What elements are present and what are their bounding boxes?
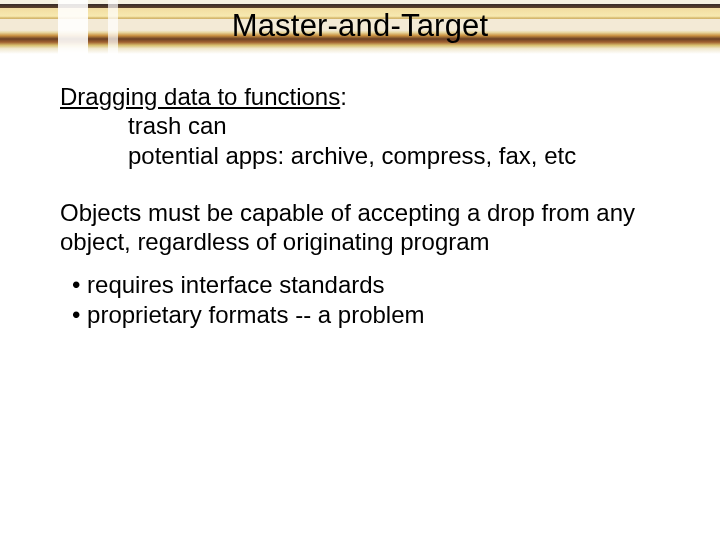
header-banner: Master-and-Target [0,0,720,54]
bullet-item: proprietary formats -- a problem [72,300,668,329]
section-heading: Dragging data to functions [60,83,340,110]
list-item: trash can [60,111,668,140]
section-dragging: Dragging data to functions: trash can po… [60,82,668,170]
bullet-item: requires interface standards [72,270,668,299]
bullet-list: requires interface standards proprietary… [60,270,668,329]
section-heading-colon: : [340,83,347,110]
slide-body: Dragging data to functions: trash can po… [0,54,720,329]
section-objects: Objects must be capable of accepting a d… [60,198,668,257]
slide-title: Master-and-Target [0,8,720,44]
list-item: potential apps: archive, compress, fax, … [60,141,668,170]
